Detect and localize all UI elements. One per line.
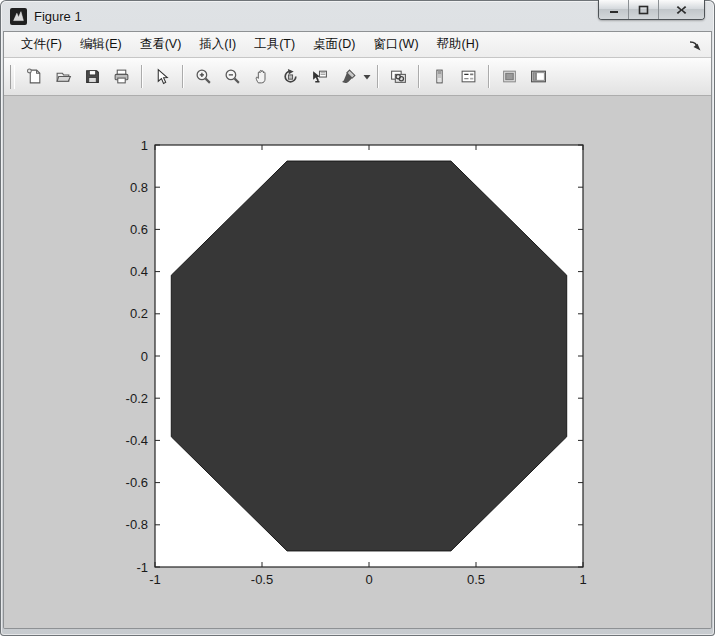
y-tick-label: -0.8 <box>126 517 148 532</box>
restore-icon <box>638 5 649 15</box>
figure-canvas: -1-0.500.51-1-0.8-0.6-0.4-0.200.20.40.60… <box>4 96 711 628</box>
menu-desktop[interactable]: 桌面(D) <box>304 33 364 56</box>
menu-help[interactable]: 帮助(H) <box>428 33 488 56</box>
hide-plot-tools-icon <box>501 68 518 85</box>
link-plot-icon <box>390 68 407 85</box>
zoom-out-button[interactable] <box>219 63 246 90</box>
edit-plot-button[interactable] <box>149 63 176 90</box>
hide-plot-tools-button[interactable] <box>496 63 523 90</box>
pan-hand-icon <box>253 68 270 85</box>
minimize-icon <box>609 5 619 14</box>
zoom-in-icon <box>195 68 212 85</box>
brush-data-button[interactable] <box>335 63 362 90</box>
minimize-button[interactable] <box>599 0 629 19</box>
y-tick-label: -0.2 <box>126 391 148 406</box>
rotate-3d-icon <box>282 68 299 85</box>
zoom-out-icon <box>224 68 241 85</box>
chevron-down-icon <box>363 74 371 80</box>
rotate-3d-button[interactable] <box>277 63 304 90</box>
y-tick-label: 0 <box>141 349 148 364</box>
save-figure-button[interactable] <box>79 63 106 90</box>
y-tick-label: 1 <box>141 138 148 153</box>
insert-colorbar-button[interactable] <box>426 63 453 90</box>
legend-icon <box>460 68 477 85</box>
close-icon <box>676 5 687 15</box>
brush-icon <box>340 68 357 85</box>
x-tick-label: 0.5 <box>467 572 485 587</box>
axes-plot: -1-0.500.51-1-0.8-0.6-0.4-0.200.20.40.60… <box>4 96 711 628</box>
print-figure-button[interactable] <box>108 63 135 90</box>
y-tick-label: 0.6 <box>130 222 148 237</box>
x-tick-label: 0 <box>365 572 372 587</box>
window-content: 文件(F) 编辑(E) 查看(V) 插入(I) 工具(T) 桌面(D) 窗口(W… <box>4 32 711 628</box>
title-bar[interactable]: Figure 1 <box>0 0 715 32</box>
new-figure-icon <box>26 68 43 85</box>
matlab-logo-icon <box>10 8 27 25</box>
pointer-arrow-icon <box>154 68 171 85</box>
menu-view[interactable]: 查看(V) <box>131 33 191 56</box>
new-figure-button[interactable] <box>21 63 48 90</box>
zoom-in-button[interactable] <box>190 63 217 90</box>
x-tick-label: -1 <box>149 572 161 587</box>
toolbar-separator <box>182 65 184 88</box>
y-tick-label: -0.4 <box>126 433 148 448</box>
toolbar-separator <box>488 65 490 88</box>
close-button[interactable] <box>659 0 704 19</box>
show-plot-tools-icon <box>530 68 547 85</box>
dock-figure-arrow-icon[interactable] <box>687 37 703 53</box>
figure-window: Figure 1 文件(F) 编辑(E) 查看(V <box>0 0 715 636</box>
x-tick-label: -0.5 <box>251 572 273 587</box>
y-tick-label: -1 <box>136 560 148 575</box>
menu-tools[interactable]: 工具(T) <box>245 33 304 56</box>
menu-window[interactable]: 窗口(W) <box>364 33 427 56</box>
y-tick-label: 0.8 <box>130 180 148 195</box>
toolbar-separator <box>377 65 379 88</box>
toolbar-separator <box>141 65 143 88</box>
print-icon <box>113 68 130 85</box>
data-cursor-button[interactable] <box>306 63 333 90</box>
open-file-icon <box>55 68 72 85</box>
window-title: Figure 1 <box>34 9 82 24</box>
x-tick-label: 1 <box>579 572 586 587</box>
colorbar-icon <box>431 68 448 85</box>
restore-button[interactable] <box>629 0 659 19</box>
open-file-button[interactable] <box>50 63 77 90</box>
toolbar-grip[interactable] <box>10 65 15 89</box>
menu-bar: 文件(F) 编辑(E) 查看(V) 插入(I) 工具(T) 桌面(D) 窗口(W… <box>4 32 711 58</box>
data-cursor-icon <box>311 68 328 85</box>
window-controls <box>598 0 705 20</box>
y-tick-label: -0.6 <box>126 475 148 490</box>
pan-button[interactable] <box>248 63 275 90</box>
menu-file[interactable]: 文件(F) <box>12 33 71 56</box>
save-icon <box>84 68 101 85</box>
menu-edit[interactable]: 编辑(E) <box>71 33 131 56</box>
polygon-octagon <box>171 161 566 551</box>
show-plot-tools-button[interactable] <box>525 63 552 90</box>
toolbar-separator <box>418 65 420 88</box>
link-plot-button[interactable] <box>385 63 412 90</box>
insert-legend-button[interactable] <box>455 63 482 90</box>
figure-toolbar <box>4 58 711 96</box>
brush-dropdown-button[interactable] <box>361 64 372 89</box>
menu-insert[interactable]: 插入(I) <box>190 33 245 56</box>
y-tick-label: 0.2 <box>130 306 148 321</box>
y-tick-label: 0.4 <box>130 264 148 279</box>
